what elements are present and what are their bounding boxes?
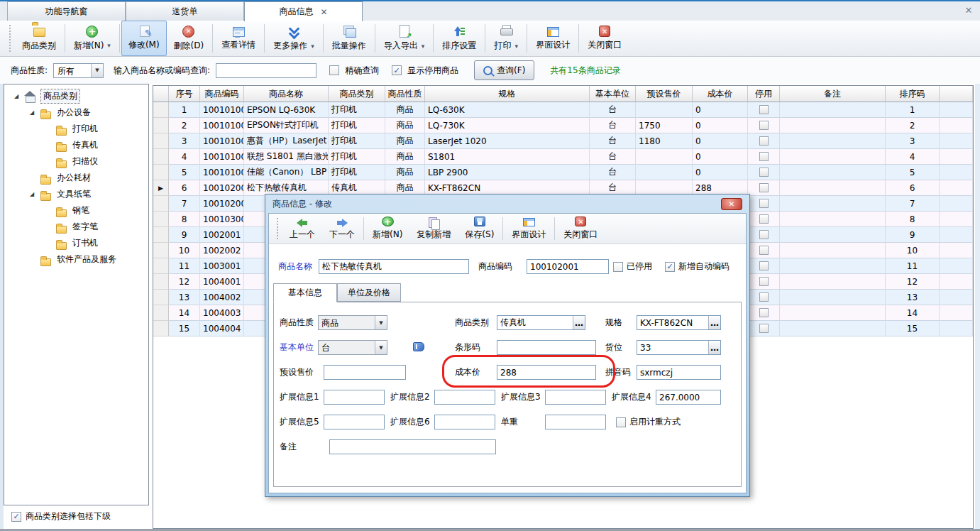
disabled-checkbox[interactable] [759,324,769,333]
tree-item[interactable]: 传真机 [4,137,148,153]
toolbar-ui-design-button[interactable]: 界面设计 [529,21,577,56]
row-selector-cell[interactable] [153,196,169,212]
include-subcategory-checkbox[interactable]: ✓ [11,512,21,522]
ext1-input[interactable] [324,390,385,405]
toolbar-batch-actions-button[interactable]: 批量操作 [325,21,373,56]
dropdown-arrow-icon[interactable]: ▾ [422,43,425,50]
row-selector-cell[interactable] [153,305,169,321]
tree-item[interactable]: 打印机 [4,121,148,137]
table-row[interactable]: 5100101005佳能（Canon） LBP 2900+ 黑打印机商品LBP … [153,165,973,180]
column-header[interactable]: 基本单位 [590,86,636,102]
tree-root-item[interactable]: ◢商品类别 [4,88,148,104]
toolbar-ui-design-button[interactable]: 界面设计 [505,214,553,243]
show-disabled-checkbox[interactable]: ✓ [392,65,402,75]
disabled-checkbox[interactable] [759,308,769,317]
row-selector-cell[interactable] [153,227,169,243]
dialog-close-button[interactable]: ✕ [721,198,742,210]
row-selector-cell[interactable] [153,243,169,258]
nature-filter-select[interactable]: 所有 ▼ [53,63,104,78]
toolbar-copy-button[interactable]: 复制新增 [409,214,458,243]
tab-close-icon[interactable]: ✕ [320,8,327,16]
combo-arrow-icon[interactable]: ▼ [375,341,387,354]
location-picker-button[interactable]: … [708,341,720,354]
tree-item[interactable]: ◢文具纸笔 [4,186,148,202]
disabled-checkbox[interactable] [759,277,769,286]
category-picker-button[interactable]: … [573,316,585,329]
tree-item[interactable]: 订书机 [4,235,148,251]
dropdown-arrow-icon[interactable]: ▾ [107,42,111,49]
dialog-title-bar[interactable]: 商品信息 - 修改 ✕ [268,195,747,213]
tab-basic-info[interactable]: 基本信息 [273,283,337,302]
row-selector-cell[interactable] [153,258,169,274]
category-input[interactable] [497,316,573,329]
toolbar-add-button[interactable]: 新增(N)▾ [67,21,118,56]
disabled-checkbox[interactable] [759,152,769,161]
product-name-input[interactable] [319,259,469,274]
column-header[interactable]: 停用 [748,86,780,102]
row-selector-cell[interactable] [153,290,169,305]
disabled-checkbox[interactable] [759,105,769,114]
column-header[interactable]: 成本价 [693,86,748,102]
toolbar-next-button[interactable]: 下一个 [322,214,362,243]
exact-query-checkbox[interactable]: ✓ [329,65,339,75]
column-header[interactable]: 商品名称 [244,86,329,102]
window-close-icon[interactable]: ✕ [963,5,974,16]
table-row[interactable]: 2100101002EPSON针式打印机打印机商品LQ-730K台175002 [153,118,973,133]
search-input[interactable] [216,63,316,78]
autocode-checkbox[interactable]: ✓ [665,262,675,272]
preset-price-input[interactable] [324,365,406,380]
row-selector-cell[interactable] [153,165,169,180]
row-selector-cell[interactable] [153,118,169,133]
toolbar-sort-settings-button[interactable]: 排序设置 [435,21,483,56]
toolbar-delete-button[interactable]: 删除(D) [167,21,211,56]
weigh-mode-checkbox[interactable]: ✓ [616,417,626,427]
expand-icon[interactable]: ◢ [28,191,35,197]
ext6-input[interactable] [434,415,495,429]
column-header[interactable]: 规格 [425,86,590,102]
combo-arrow-icon[interactable]: ▼ [375,316,387,329]
row-selector-cell[interactable]: ▶ [153,180,169,196]
disabled-checkbox[interactable] [759,136,769,146]
location-input[interactable] [637,341,708,354]
spec-input[interactable] [637,316,708,329]
disabled-checkbox[interactable] [759,199,769,208]
tab-3[interactable]: 商品信息✕ [244,1,363,21]
row-selector-cell[interactable] [153,149,169,165]
toolbar-prev-button[interactable]: 上一个 [282,214,322,243]
expand-icon[interactable]: ◢ [28,109,35,116]
disabled-checkbox[interactable] [759,121,769,130]
tree-item[interactable]: 办公耗材 [4,170,148,186]
toolbar-edit-button[interactable]: 修改(M) [121,21,167,56]
table-row[interactable]: 3100101003惠普（HP）LaserJet 1020打印机商品LaserJ… [153,133,973,149]
tab-unit-price[interactable]: 单位及价格 [337,283,401,302]
column-header[interactable]: 商品性质 [385,86,425,102]
tree-item[interactable]: 钢笔 [4,202,148,219]
table-row[interactable]: 4100101004联想 S1801 黑白激光打印机打印机商品S1801台04 [153,149,973,165]
pinyin-input[interactable] [637,365,721,380]
remark-input[interactable] [329,439,496,454]
tree-item[interactable]: ◢办公设备 [4,104,148,121]
cost-price-input[interactable] [497,365,596,380]
disabled-checkbox[interactable] [759,246,769,255]
spec-picker-button[interactable]: … [708,316,720,329]
tree-item[interactable]: 签字笔 [4,219,148,235]
toolbar-category-folder-button[interactable]: 商品类别 [15,21,63,56]
disabled-checkbox[interactable] [759,214,769,224]
stopped-checkbox[interactable]: ✓ [613,262,623,272]
disabled-checkbox[interactable] [759,261,769,270]
column-header[interactable]: 商品类别 [329,86,385,102]
toolbar-more-actions-button[interactable]: 更多操作▾ [266,21,321,56]
row-selector-cell[interactable] [153,274,169,290]
nature-select[interactable]: 商品 ▼ [318,315,387,330]
unit-book-icon[interactable] [413,342,424,351]
tab-2[interactable]: 送货单 [126,1,244,21]
column-header[interactable]: 排序码 [886,86,940,102]
column-header[interactable]: 商品编码 [200,86,244,102]
tree-item[interactable]: 扫描仪 [4,153,148,170]
toolbar-print-button[interactable]: 打印▾ [487,21,525,56]
toolbar-close-window-button[interactable]: 关闭窗口 [556,214,605,243]
ext2-input[interactable] [434,390,495,405]
toolbar-save-button[interactable]: 保存(S) [458,214,501,243]
row-selector-cell[interactable] [153,321,169,336]
dropdown-arrow-icon[interactable]: ▾ [311,43,314,50]
